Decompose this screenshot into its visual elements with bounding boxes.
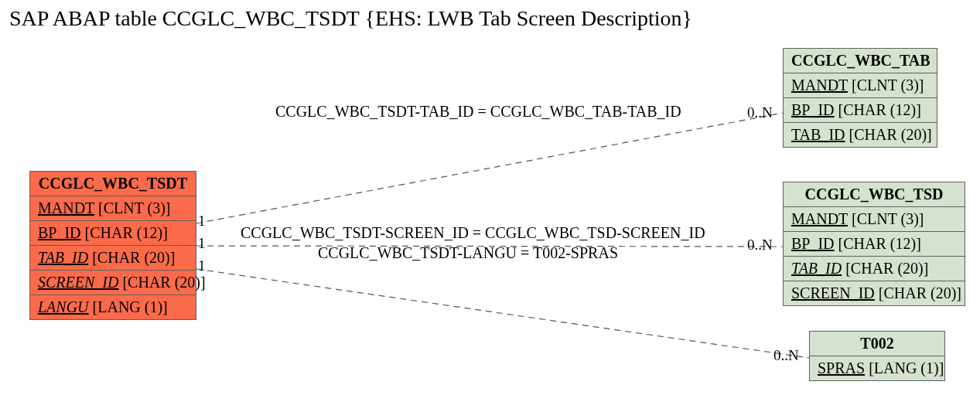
entity-field: LANGU [LANG (1)]	[30, 295, 196, 319]
entity-header: CCGLC_WBC_TAB	[784, 49, 937, 73]
entity-field: BP_ID [CHAR (12)]	[30, 221, 196, 246]
card-main-1c: 1	[198, 257, 206, 274]
entity-field: TAB_ID [CHAR (20)]	[784, 123, 937, 147]
entity-field: MANDT [CLNT (3)]	[784, 207, 965, 232]
entity-header: CCGLC_WBC_TSD	[784, 182, 965, 207]
entity-field: MANDT [CLNT (3)]	[30, 196, 196, 221]
entity-header: CCGLC_WBC_TSDT	[30, 172, 196, 196]
relation-tab: CCGLC_WBC_TSDT-TAB_ID = CCGLC_WBC_TAB-TA…	[275, 103, 681, 121]
entity-field: SPRAS [LANG (1)]	[810, 356, 944, 380]
entity-ccglc-wbc-tab: CCGLC_WBC_TAB MANDT [CLNT (3)] BP_ID [CH…	[783, 48, 937, 148]
entity-field: MANDT [CLNT (3)]	[784, 73, 937, 98]
entity-field: SCREEN_ID [CHAR (20)]	[30, 271, 196, 295]
entity-field: BP_ID [CHAR (12)]	[784, 98, 937, 123]
card-tab: 0..N	[747, 104, 773, 121]
entity-header: T002	[810, 332, 944, 356]
page-title: SAP ABAP table CCGLC_WBC_TSDT {EHS: LWB …	[9, 6, 692, 31]
entity-t002: T002 SPRAS [LANG (1)]	[809, 331, 945, 381]
card-main-1b: 1	[198, 235, 206, 252]
entity-ccglc-wbc-tsdt: CCGLC_WBC_TSDT MANDT [CLNT (3)] BP_ID [C…	[29, 171, 196, 320]
card-main-1a: 1	[198, 213, 206, 230]
entity-field: BP_ID [CHAR (12)]	[784, 232, 965, 257]
entity-field: SCREEN_ID [CHAR (20)]	[784, 281, 965, 305]
entity-field: TAB_ID [CHAR (20)]	[30, 246, 196, 271]
card-t002: 0..N	[773, 347, 799, 364]
svg-line-2	[196, 269, 809, 358]
entity-ccglc-wbc-tsd: CCGLC_WBC_TSD MANDT [CLNT (3)] BP_ID [CH…	[783, 182, 965, 306]
relation-tsd: CCGLC_WBC_TSDT-SCREEN_ID = CCGLC_WBC_TSD…	[241, 224, 705, 242]
relation-t002: CCGLC_WBC_TSDT-LANGU = T002-SPRAS	[318, 244, 618, 262]
svg-line-0	[196, 113, 783, 223]
entity-field: TAB_ID [CHAR (20)]	[784, 257, 965, 281]
card-tsd: 0..N	[747, 237, 773, 254]
